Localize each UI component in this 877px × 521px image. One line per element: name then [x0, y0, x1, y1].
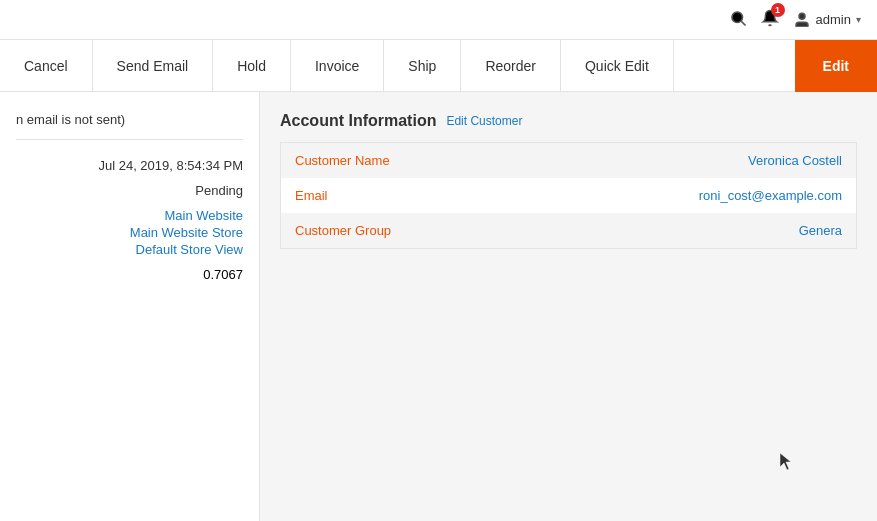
invoice-button[interactable]: Invoice	[291, 40, 384, 92]
customer-group-value: Genera	[511, 213, 857, 249]
edit-button[interactable]: Edit	[795, 40, 877, 92]
reorder-button[interactable]: Reorder	[461, 40, 561, 92]
date-row: Jul 24, 2019, 8:54:34 PM	[16, 158, 243, 173]
number-row: 0.7067	[16, 267, 243, 282]
quick-edit-button[interactable]: Quick Edit	[561, 40, 674, 92]
customer-name-value: Veronica Costell	[511, 143, 857, 179]
status-row: Pending	[16, 183, 243, 198]
table-row-customer-group: Customer Group Genera	[281, 213, 857, 249]
notification-bell[interactable]: 1	[761, 9, 779, 30]
chevron-down-icon: ▾	[856, 14, 861, 25]
svg-line-1	[741, 21, 745, 25]
email-label: Email	[281, 178, 511, 213]
cancel-button[interactable]: Cancel	[0, 40, 93, 92]
admin-label: admin	[816, 12, 851, 27]
main-website-store-link[interactable]: Main Website Store	[130, 225, 243, 240]
account-info-table: Customer Name Veronica Costell Email ron…	[280, 142, 857, 249]
email-notice: n email is not sent)	[16, 112, 243, 140]
store-info: Main Website Main Website Store Default …	[16, 208, 243, 257]
svg-point-0	[732, 12, 743, 23]
edit-customer-link[interactable]: Edit Customer	[446, 114, 522, 128]
default-store-view-link[interactable]: Default Store View	[136, 242, 243, 257]
order-number: 0.7067	[203, 267, 243, 282]
ship-button[interactable]: Ship	[384, 40, 461, 92]
status-value: Pending	[195, 183, 243, 198]
section-title: Account Information Edit Customer	[280, 112, 857, 130]
email-value: roni_cost@example.com	[511, 178, 857, 213]
hold-button[interactable]: Hold	[213, 40, 291, 92]
action-toolbar: Cancel Send Email Hold Invoice Ship Reor…	[0, 40, 877, 92]
table-row-customer-name: Customer Name Veronica Costell	[281, 143, 857, 179]
table-row-email: Email roni_cost@example.com	[281, 178, 857, 213]
main-website-link[interactable]: Main Website	[164, 208, 243, 223]
main-content: n email is not sent) Jul 24, 2019, 8:54:…	[0, 92, 877, 521]
left-panel: n email is not sent) Jul 24, 2019, 8:54:…	[0, 92, 260, 521]
date-value: Jul 24, 2019, 8:54:34 PM	[98, 158, 243, 173]
admin-user-menu[interactable]: admin ▾	[793, 11, 861, 29]
customer-name-label: Customer Name	[281, 143, 511, 179]
right-panel: Account Information Edit Customer Custom…	[260, 92, 877, 521]
notification-count: 1	[771, 3, 785, 17]
top-bar: 1 admin ▾	[0, 0, 877, 40]
svg-point-2	[799, 13, 805, 19]
search-icon[interactable]	[729, 9, 747, 30]
top-bar-icons: 1 admin ▾	[729, 9, 861, 30]
customer-group-label: Customer Group	[281, 213, 511, 249]
send-email-button[interactable]: Send Email	[93, 40, 214, 92]
